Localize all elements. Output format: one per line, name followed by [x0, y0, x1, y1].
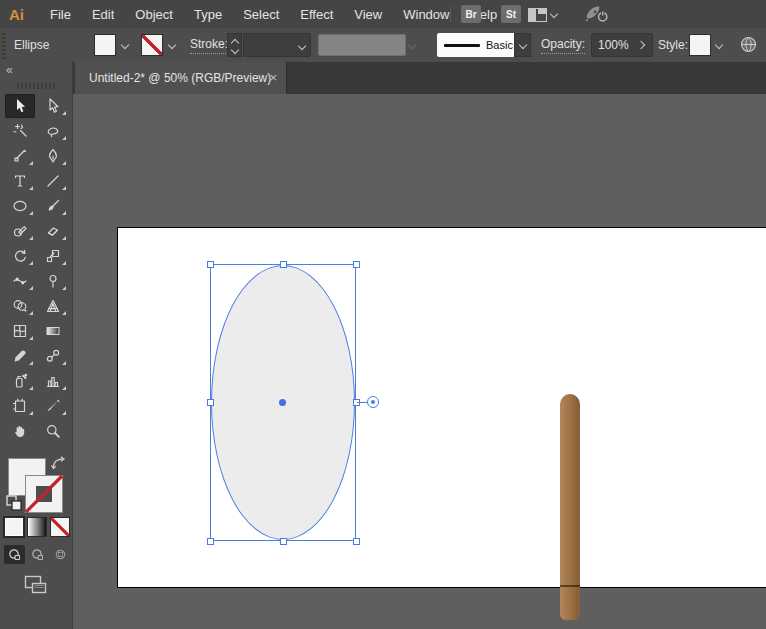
menubar-divider — [450, 6, 451, 22]
menu-window[interactable]: Window — [400, 7, 452, 22]
draw-inside-button[interactable] — [50, 545, 71, 564]
line-segment-tool[interactable] — [38, 169, 68, 193]
brush-name: Basic — [486, 39, 513, 51]
handle-top-center[interactable] — [280, 261, 287, 268]
magic-wand-tool[interactable] — [5, 119, 35, 143]
change-screen-mode-icon[interactable] — [24, 575, 50, 597]
shape-builder-tool[interactable] — [5, 294, 35, 318]
color-type-buttons — [4, 517, 70, 537]
stroke-width-chevron-down-icon[interactable] — [297, 41, 307, 51]
gpu-performance-rocket-icon[interactable] — [584, 5, 610, 23]
stroke-width-stepper[interactable] — [227, 33, 242, 57]
gradient-button[interactable] — [27, 517, 47, 537]
mesh-tool[interactable] — [5, 319, 35, 343]
menu-view[interactable]: View — [351, 7, 385, 22]
shaper-tool[interactable] — [5, 219, 35, 243]
rotate-tool[interactable] — [5, 244, 35, 268]
workspace-switcher-icon[interactable] — [528, 8, 547, 22]
menu-object[interactable]: Object — [132, 7, 176, 22]
stepper-down-icon[interactable] — [230, 45, 240, 52]
tools-panel: « — [0, 62, 73, 629]
menu-items: File Edit Object Type Select Effect View… — [47, 7, 500, 22]
hand-tool[interactable] — [5, 419, 35, 443]
stroke-width-dropdown[interactable] — [243, 33, 311, 57]
default-fill-stroke-icon[interactable] — [5, 494, 23, 512]
opacity-arrow-right-icon[interactable] — [636, 40, 646, 50]
control-bar-gripper[interactable] — [1, 31, 6, 59]
tab-close-icon[interactable]: × — [269, 62, 277, 94]
blend-tool[interactable] — [38, 344, 68, 368]
bridge-button[interactable]: Br — [461, 5, 481, 23]
curvature-tool[interactable] — [38, 144, 68, 168]
opacity-panel-link[interactable]: Opacity: — [541, 37, 585, 54]
style-chevron-down-icon[interactable] — [711, 34, 726, 56]
direct-selection-tool[interactable] — [38, 94, 68, 118]
stroke-color-indicator[interactable] — [26, 476, 62, 512]
gradient-tool[interactable] — [38, 319, 68, 343]
stroke-color-swatch[interactable] — [141, 34, 163, 56]
menu-effect[interactable]: Effect — [297, 7, 336, 22]
menu-bar: Ai File Edit Object Type Select Effect V… — [0, 0, 766, 29]
app-logo: Ai — [9, 6, 29, 23]
eraser-tool[interactable] — [38, 219, 68, 243]
artboard-tool[interactable] — [5, 394, 35, 418]
menu-file[interactable]: File — [47, 7, 74, 22]
brush-definition-dropdown[interactable]: Basic — [437, 33, 514, 57]
puppet-warp-tool[interactable] — [38, 269, 68, 293]
handle-bottom-center[interactable] — [280, 538, 287, 545]
type-tool[interactable] — [5, 169, 35, 193]
profile-chevron-down-icon — [407, 40, 417, 50]
menu-select[interactable]: Select — [240, 7, 282, 22]
ellipse-center-point[interactable] — [279, 399, 286, 406]
pie-widget-line — [357, 402, 367, 403]
color-button[interactable] — [4, 517, 24, 537]
slice-tool[interactable] — [38, 394, 68, 418]
selection-tool[interactable] — [5, 94, 35, 118]
handle-top-right[interactable] — [353, 261, 360, 268]
swap-fill-stroke-icon[interactable] — [51, 456, 67, 470]
handle-top-left[interactable] — [207, 261, 214, 268]
width-tool[interactable] — [5, 269, 35, 293]
canvas-pasteboard[interactable] — [73, 94, 766, 629]
panel-gripper[interactable] — [17, 83, 57, 89]
variable-width-profile-dropdown — [318, 34, 406, 56]
paintbrush-tool[interactable] — [38, 194, 68, 218]
artboard-edge-over-stick — [560, 585, 580, 587]
context-label: Ellipse — [14, 28, 49, 62]
brush-chevron-down-icon[interactable] — [514, 33, 531, 57]
document-setup-globe-icon[interactable] — [740, 36, 757, 53]
style-swatch[interactable] — [689, 34, 711, 56]
fill-color-swatch[interactable] — [94, 34, 116, 56]
drawing-mode-buttons — [4, 545, 71, 564]
stroke-chevron-down-icon[interactable] — [164, 34, 179, 56]
menu-type[interactable]: Type — [191, 7, 225, 22]
handle-bottom-left[interactable] — [207, 538, 214, 545]
fill-chevron-down-icon[interactable] — [117, 34, 132, 56]
handle-middle-left[interactable] — [207, 399, 214, 406]
pie-widget-handle[interactable] — [367, 396, 379, 408]
column-graph-tool[interactable] — [38, 369, 68, 393]
symbol-sprayer-tool[interactable] — [5, 369, 35, 393]
document-tab-bar: Untitled-2* @ 50% (RGB/Preview) × — [73, 62, 766, 94]
workspace-chevron-down-icon[interactable] — [549, 9, 559, 19]
ellipse-tool[interactable] — [5, 194, 35, 218]
collapse-panel-icon[interactable]: « — [6, 63, 13, 77]
stroke-panel-link[interactable]: Stroke: — [190, 37, 228, 54]
lasso-tool[interactable] — [38, 119, 68, 143]
scale-tool[interactable] — [38, 244, 68, 268]
perspective-grid-tool[interactable] — [38, 294, 68, 318]
draw-normal-button[interactable] — [4, 545, 25, 564]
stepper-up-icon[interactable] — [230, 38, 240, 45]
stock-button[interactable]: St — [501, 5, 521, 23]
document-tab[interactable]: Untitled-2* @ 50% (RGB/Preview) × — [75, 62, 287, 94]
control-bar: Ellipse Stroke: Basic Opacity: 100% Styl… — [0, 28, 766, 63]
pen-tool[interactable] — [5, 144, 35, 168]
eyedropper-tool[interactable] — [5, 344, 35, 368]
tool-grid — [3, 93, 70, 443]
zoom-tool[interactable] — [38, 419, 68, 443]
draw-behind-button[interactable] — [27, 545, 48, 564]
none-button[interactable] — [50, 517, 70, 537]
style-label: Style: — [658, 28, 688, 62]
handle-bottom-right[interactable] — [353, 538, 360, 545]
menu-edit[interactable]: Edit — [89, 7, 117, 22]
